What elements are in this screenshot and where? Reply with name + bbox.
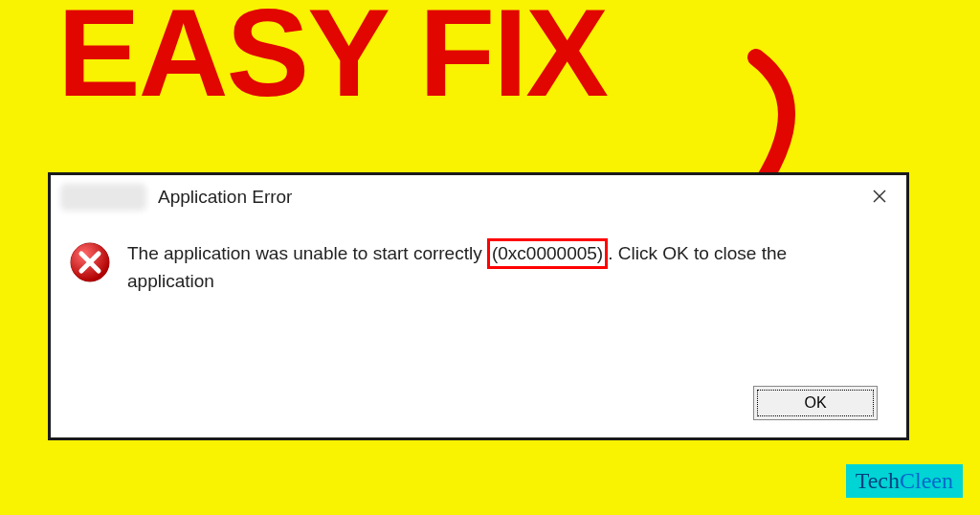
close-icon	[873, 190, 886, 203]
dialog-titlebar: Application Error	[51, 175, 906, 219]
ok-button[interactable]: OK	[753, 386, 878, 420]
watermark-part1: Tech	[856, 468, 900, 493]
watermark: TechCleen	[846, 464, 963, 498]
error-dialog: Application Error	[48, 172, 909, 440]
error-message: The application was unable to start corr…	[127, 238, 797, 293]
watermark-part2: Cleen	[900, 468, 953, 493]
close-button[interactable]	[860, 179, 899, 213]
error-code-highlight: (0xc0000005)	[487, 238, 608, 269]
dialog-button-row: OK	[753, 386, 878, 420]
app-name-blurred	[60, 184, 146, 211]
message-part1: The application was unable to start corr…	[127, 243, 487, 263]
error-icon	[70, 242, 110, 282]
headline-text: EASY FIX	[57, 0, 607, 124]
dialog-title: Application Error	[158, 187, 292, 208]
dialog-content: The application was unable to start corr…	[51, 219, 906, 302]
